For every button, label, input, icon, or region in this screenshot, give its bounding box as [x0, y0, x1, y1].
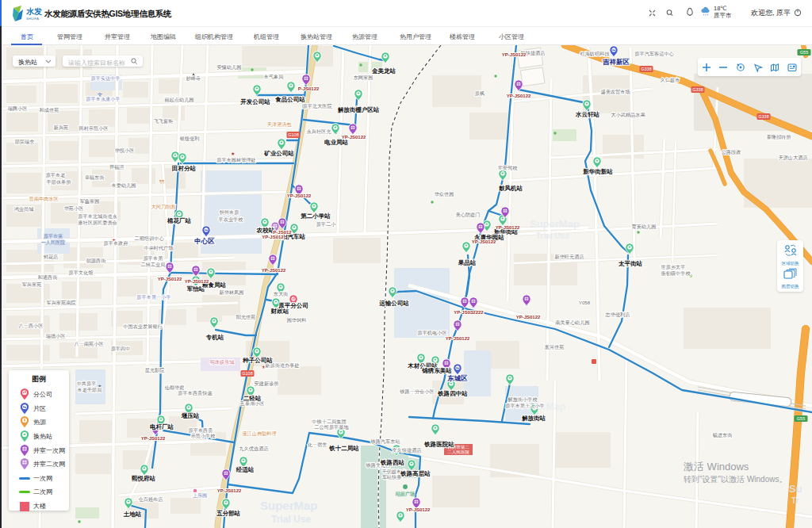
- svg-text:水发: 水发: [25, 7, 42, 16]
- svg-text:久仁超市: 久仁超市: [661, 77, 680, 83]
- svg-text:安慷幼儿园: 安慷幼儿园: [217, 64, 242, 71]
- svg-text:经适站: 经适站: [236, 466, 255, 473]
- svg-text:妙峰寺: 妙峰寺: [186, 75, 201, 82]
- svg-text:泰隆招待所: 泰隆招待所: [767, 134, 792, 140]
- svg-text:熙悦府站: 熙悦府站: [132, 475, 156, 482]
- svg-text:瑞德小区: 瑞德小区: [46, 333, 66, 339]
- svg-text:Trial Use: Trial Use: [271, 514, 311, 525]
- svg-text:锦绣东美站: 锦绣东美站: [421, 367, 452, 374]
- svg-text:SuperMap: SuperMap: [260, 499, 318, 512]
- svg-text:转到"设置"以激活 Windows。: 转到"设置"以激活 Windows。: [684, 475, 787, 484]
- svg-text:世原乡太平: 世原乡太平: [661, 264, 686, 270]
- svg-text:Tr: Tr: [791, 496, 799, 505]
- svg-text:农校站: 农校站: [256, 227, 275, 234]
- svg-text:二轻站: 二轻站: [243, 395, 262, 402]
- svg-text:原平汽车客运中心: 原平汽车客运中心: [634, 51, 674, 57]
- svg-text:电杆厂站: 电杆厂站: [150, 423, 174, 430]
- svg-text:南关量心幼儿园: 南关量心幼儿园: [555, 319, 589, 326]
- svg-text:天涯山大酒店: 天涯山大酒店: [778, 155, 808, 161]
- svg-text:站前广场: 站前广场: [396, 492, 415, 497]
- svg-text:中国农业发展银行: 中国农业发展银行: [123, 323, 163, 330]
- svg-text:军兴家苑: 军兴家苑: [22, 281, 42, 288]
- svg-text:大小武精品水果: 大小武精品水果: [611, 112, 645, 118]
- svg-text:晋南牛肉水区: 晋南牛肉水区: [29, 196, 58, 202]
- svg-text:原平二小: 原平二小: [316, 221, 337, 227]
- svg-text:种子公司站: 种子公司站: [242, 357, 273, 364]
- svg-text:YP-JS0122: YP-JS0122: [446, 336, 470, 341]
- svg-text:二人民医院: 二人民医院: [447, 450, 469, 455]
- svg-text:军兴家苑南院: 军兴家苑南院: [46, 300, 76, 306]
- svg-text:原平四中: 原平四中: [111, 346, 131, 352]
- svg-text:原平文化馆: 原平文化馆: [69, 270, 94, 276]
- svg-text:园华饲料: 园华饲料: [287, 317, 307, 323]
- svg-text:原平市园林管理处: 原平市园林管理处: [216, 157, 256, 163]
- svg-text:永兴社区光: 永兴社区光: [307, 128, 332, 135]
- svg-text:阳光佳苑: 阳光佳苑: [236, 314, 256, 320]
- svg-text:Trial Use: Trial Use: [536, 231, 569, 240]
- svg-text:朝源西街: 朝源西街: [86, 258, 107, 264]
- svg-text:YP-JS0122: YP-JS0122: [185, 279, 209, 284]
- svg-text:G338: G338: [692, 87, 703, 92]
- svg-text:G338: G338: [641, 67, 651, 71]
- svg-text:欢迎您, 原平: 欢迎您, 原平: [751, 9, 791, 17]
- svg-text:田村分站: 田村分站: [172, 165, 197, 172]
- svg-text:YP-JS0122: YP-JS0122: [262, 268, 286, 273]
- svg-text:YP-JS032222: YP-JS032222: [454, 310, 484, 315]
- svg-text:八一南苑小区: 八一南苑小区: [74, 341, 103, 347]
- svg-text:东城区: 东城区: [446, 374, 468, 382]
- svg-text:金美龙站: 金美龙站: [371, 67, 396, 75]
- svg-text:部荣瑞舍: 部荣瑞舍: [14, 139, 35, 145]
- svg-text:田村示范小区: 田村示范小区: [79, 125, 108, 132]
- svg-text:平安驾校: 平安驾校: [497, 165, 518, 170]
- svg-text:原平市第一小学: 原平市第一小学: [136, 294, 170, 300]
- svg-text:SuperMap: SuperMap: [530, 218, 580, 230]
- svg-text:原平市政府: 原平市政府: [104, 240, 128, 246]
- svg-text:Y058: Y058: [579, 300, 591, 305]
- svg-text:铁路医院站: 铁路医院站: [423, 441, 454, 448]
- svg-text:运输公司站: 运输公司站: [378, 300, 409, 307]
- svg-text:车站快票: 车站快票: [382, 474, 402, 480]
- svg-text:市委幼儿园: 市委幼儿园: [112, 182, 136, 189]
- svg-text:YP-JS0122: YP-JS0122: [158, 277, 182, 281]
- svg-text:解放街棚户区站: 解放街棚户区站: [337, 106, 380, 113]
- svg-text:华悦小区: 华悦小区: [115, 147, 135, 154]
- svg-text:吉祥新区: 吉祥新区: [602, 58, 630, 66]
- svg-text:铁十二局站: 铁十二局站: [328, 445, 359, 452]
- svg-text:五分部站: 五分部站: [216, 510, 241, 517]
- svg-text:中心区: 中心区: [194, 237, 215, 245]
- svg-text:九久优选酒店: 九久优选酒店: [239, 446, 269, 452]
- svg-text:YP-JS0122: YP-JS0122: [472, 239, 496, 244]
- svg-text:P-JS0122: P-JS0122: [298, 86, 320, 91]
- svg-text:东网家园: 东网家园: [354, 75, 373, 81]
- svg-text:育英幼儿园: 育英幼儿园: [632, 224, 657, 230]
- svg-text:丽起点幼儿园: 丽起点幼儿园: [164, 97, 193, 103]
- svg-text:专机站: 专机站: [205, 334, 224, 341]
- svg-text:新兴苑: 新兴苑: [53, 124, 69, 131]
- svg-text:文久快捷酒店: 文久快捷酒店: [392, 447, 422, 453]
- svg-text:富河佳苑: 富河佳苑: [545, 344, 565, 350]
- svg-text:上乐园: 上乐园: [193, 492, 208, 499]
- svg-text:毓进东街: 毓进东街: [713, 432, 733, 438]
- svg-text:干部休养所: 干部休养所: [46, 179, 72, 186]
- svg-text:激活 Windows: 激活 Windows: [684, 461, 749, 473]
- svg-text:YP-JS0122: YP-JS0122: [502, 52, 527, 57]
- svg-text:SHUIFA: SHUIFA: [26, 17, 39, 21]
- svg-text:盛美农贸市场: 盛美农贸市场: [600, 89, 630, 95]
- svg-text:和通西街: 和通西街: [37, 274, 59, 281]
- svg-text:华苑小区: 华苑小区: [64, 205, 84, 212]
- svg-text:YP-JS012: YP-JS012: [262, 235, 284, 239]
- svg-text:原平机电小区: 原平机电小区: [417, 330, 446, 336]
- svg-text:鲜花店: 鲜花店: [44, 254, 59, 260]
- svg-text:G338: G338: [758, 114, 768, 119]
- svg-text:平农业学校: 平农业学校: [218, 216, 243, 222]
- svg-text:东大街: 东大街: [274, 291, 289, 297]
- svg-text:原平实达中学: 原平实达中学: [90, 75, 120, 81]
- svg-text:原平分公司: 原平分公司: [278, 302, 308, 309]
- svg-text:康社区居民委员会: 康社区居民委员会: [78, 220, 117, 226]
- svg-text:军鑫家园: 军鑫家园: [80, 198, 100, 205]
- svg-text:铁路汽车东站: 铁路汽车东站: [370, 438, 400, 445]
- svg-text:铁路一分会小区: 铁路一分会小区: [399, 388, 434, 395]
- svg-text:大同刀削面: 大同刀削面: [151, 204, 176, 210]
- svg-text:市气象局: 市气象局: [264, 74, 284, 80]
- svg-text:飞飞窗柜: 飞飞窗柜: [154, 118, 174, 124]
